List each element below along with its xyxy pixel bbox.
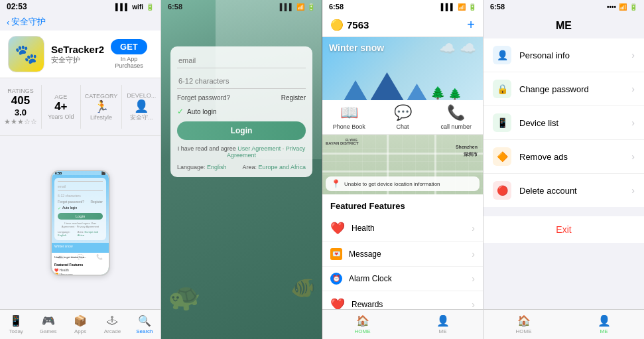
home-icon: 🏠 xyxy=(356,314,369,327)
language-value: English xyxy=(207,164,227,170)
nav-me[interactable]: 👤 ME xyxy=(403,312,483,337)
nav-apps[interactable]: 📦 Apps xyxy=(64,312,96,337)
mini-login-btn: Login xyxy=(58,213,103,220)
panel-app-main: 6:58 ▌▌▌ 📶 🔋 🟡 7563 + Winter snow ☁️ ☁️ … xyxy=(322,0,483,339)
back-button[interactable]: ‹ 安全守护 xyxy=(7,16,46,28)
me-change-password[interactable]: 🔒 Change password › xyxy=(483,72,644,106)
app-subtitle: 安全守护 xyxy=(51,55,104,65)
map-unable-text: Unable to get device location informatio… xyxy=(344,181,440,187)
device-list-label: Device list xyxy=(519,118,631,128)
search-label: Search xyxy=(136,328,153,334)
me-nav-home[interactable]: 🏠 HOME xyxy=(483,314,564,334)
tree2-icon: 🌲 xyxy=(448,88,462,100)
get-button[interactable]: GET xyxy=(111,39,147,54)
mini-featured-title: Featured Features xyxy=(54,263,106,267)
mini-forgot-row: Forget password? Register xyxy=(58,200,103,204)
rewards-arrow-icon: › xyxy=(472,299,475,309)
user-agreement-link[interactable]: User Agreement xyxy=(237,145,281,152)
me-nav-me[interactable]: 👤 ME xyxy=(564,314,644,334)
me-device-list[interactable]: 📱 Device list › xyxy=(483,106,644,140)
map-shenzhen-zh-label: 深圳市 xyxy=(464,151,478,158)
shortcut-chat[interactable]: 💬 Chat xyxy=(376,104,430,130)
mini-lang: Language: English xyxy=(58,230,78,237)
alarmclock-arrow-icon: › xyxy=(472,273,475,284)
shortcut-phonebook[interactable]: 📖 Phone Book xyxy=(322,104,376,130)
map-unable-notice: 📍 Unable to get device location informat… xyxy=(326,176,480,191)
developer-avatar: 👤 xyxy=(134,99,149,113)
app-banner: Winter snow ☁️ ☁️ 🌲 🌲 xyxy=(322,37,483,100)
ratings-score: 3.0 xyxy=(15,107,27,117)
mini-placeholder1: email xyxy=(58,184,103,188)
nav-home[interactable]: 🏠 HOME xyxy=(322,312,403,337)
personal-info-person-icon: 👤 xyxy=(497,50,508,60)
years-old-label: Years Old xyxy=(48,113,74,120)
ratings-count: 405 xyxy=(11,94,30,107)
nav-arcade[interactable]: 🕹 Arcade xyxy=(96,312,128,337)
home-label: HOME xyxy=(355,328,371,334)
message-icon: 💌 xyxy=(330,248,342,260)
app-title-block: SeTracker2 安全守护 xyxy=(51,44,104,65)
me-remove-ads[interactable]: 🔶 Remove ads › xyxy=(483,140,644,174)
iap-label: In AppPurchases xyxy=(115,56,143,69)
featured-alarmclock[interactable]: ⏰ Alarm Clock › xyxy=(322,267,483,291)
shortcut-bar: 📖 Phone Book 💬 Chat 📞 call number xyxy=(322,100,483,135)
add-coins-button[interactable]: + xyxy=(467,17,475,33)
statusbar-appstore: 02:53 ▌▌▌ wifi 🔋 xyxy=(0,0,161,13)
screenshot-app-section: Winter snow 📖 💬 📞 Unable to get device l… xyxy=(52,243,109,276)
age-block: AGE 4+ Years Old xyxy=(42,85,81,129)
mini-placeholder2: 6-12 characters xyxy=(58,194,103,198)
games-label: Games xyxy=(40,328,57,334)
personal-info-arrow-icon: › xyxy=(631,50,635,60)
map-flying-label: FLYING xyxy=(346,138,357,142)
me-bottom-nav: 🏠 HOME 👤 ME xyxy=(483,309,644,339)
mini-lang-row: Language: English Area: Europe and Afric… xyxy=(58,230,103,237)
login-button[interactable]: Login xyxy=(177,121,306,140)
me-home-icon: 🏠 xyxy=(517,314,531,327)
featured-message[interactable]: 💌 Message › xyxy=(322,242,483,267)
me-personal-info[interactable]: 👤 Personal info › xyxy=(483,38,644,72)
exit-button[interactable]: Exit xyxy=(483,216,644,243)
nav-games[interactable]: 🎮 Games xyxy=(32,312,64,337)
map-placeholder: BAYAN DISTRICT Shenzhen 深圳市 FLYING 📍 Una… xyxy=(322,135,483,194)
me-exit-section: Exit xyxy=(483,216,644,243)
status-time: 02:53 xyxy=(7,2,27,11)
arcade-icon: 🕹 xyxy=(107,315,117,327)
device-icon: 📱 xyxy=(497,117,508,128)
app-wifi-icon: 📶 xyxy=(458,3,466,11)
phonebook-label: Phone Book xyxy=(333,123,365,130)
forgot-password-link[interactable]: Forget password? xyxy=(177,94,230,102)
battery-icon: 🔋 xyxy=(146,3,154,11)
status-icons: ▌▌▌ wifi 🔋 xyxy=(115,3,154,11)
app-status-icons: ▌▌▌ 📶 🔋 xyxy=(441,3,476,11)
screenshot-section: 6:58 ⬛ email 6-12 characters Forget pass… xyxy=(0,136,161,309)
mini-unable: Unable to get device loca... xyxy=(53,254,107,260)
remove-ads-arrow-icon: › xyxy=(631,151,635,162)
auto-login-check-icon: ✓ xyxy=(177,107,184,116)
mini-input1 xyxy=(58,181,103,182)
road-h2 xyxy=(322,170,483,172)
mountain-2 xyxy=(371,72,404,100)
mini-register: Register xyxy=(90,200,103,204)
notice-icon: 📍 xyxy=(331,179,341,188)
mini-auto-row: ✓ Auto login xyxy=(58,206,103,210)
remove-ads-icon: 🔶 xyxy=(493,147,511,166)
me-delete-account[interactable]: 🔴 Delete account › xyxy=(483,174,644,207)
me-signal-icon: •••• xyxy=(607,3,616,11)
language-label: Language: xyxy=(177,164,206,170)
nav-today[interactable]: 📱 Today xyxy=(0,312,32,337)
app-header: 🐾 SeTracker2 安全守护 GET In AppPurchases ⬆ xyxy=(0,31,161,78)
nav-search[interactable]: 🔍 Search xyxy=(129,312,161,337)
screenshot-inner: 6:58 ⬛ email 6-12 characters Forget pass… xyxy=(52,171,109,275)
shortcut-callnumber[interactable]: 📞 call number xyxy=(429,104,483,130)
register-link[interactable]: Register xyxy=(281,94,306,102)
mini-feat1: ❤️ Health xyxy=(54,268,106,272)
ratings-count-block: RATINGS 405 3.0 ★★★☆☆ xyxy=(0,85,42,129)
email-input[interactable] xyxy=(177,53,306,68)
search-icon: 🔍 xyxy=(138,314,151,327)
message-arrow-icon: › xyxy=(472,249,475,259)
featured-health[interactable]: ❤️ Health › xyxy=(322,215,483,242)
login-form: Forget password? Register ✓ Auto login L… xyxy=(170,46,312,177)
mini-featured: Featured Features ❤️ Health 🟧 Message 🔵 … xyxy=(52,261,109,276)
featured-rewards[interactable]: ❤️ Rewards › xyxy=(322,291,483,309)
password-input[interactable] xyxy=(177,74,306,89)
